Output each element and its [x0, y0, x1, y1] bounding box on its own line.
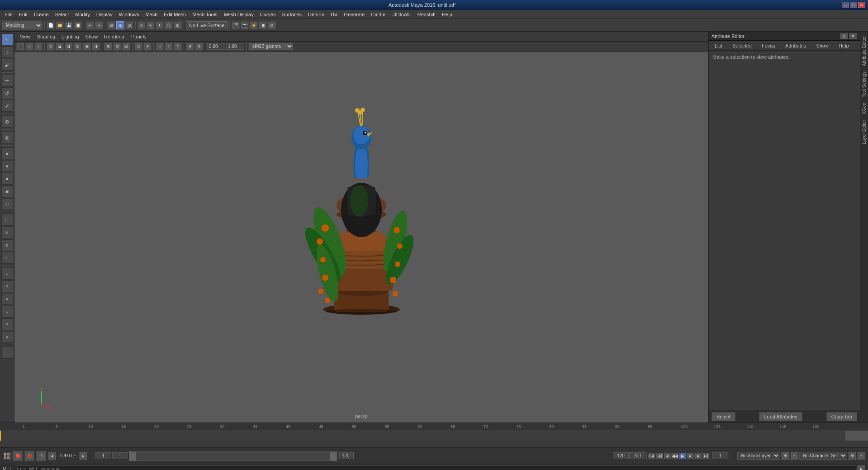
menu-generate[interactable]: Generate: [341, 11, 367, 18]
play-back-button[interactable]: ◀◀: [671, 453, 678, 459]
channel-icon2[interactable]: 🔴: [13, 451, 23, 461]
save-button[interactable]: 💾: [65, 21, 73, 29]
next-key-button[interactable]: |►: [694, 453, 702, 459]
scale-tool[interactable]: ⤢: [1, 100, 13, 112]
menu-modify[interactable]: Modify: [72, 11, 92, 18]
paint-select-tool[interactable]: 🖌: [1, 59, 13, 71]
anim-range-end[interactable]: [629, 452, 645, 459]
menu-file[interactable]: File: [2, 11, 15, 18]
move-tool[interactable]: ✛: [1, 75, 13, 86]
character-set-selector[interactable]: No Character Set: [799, 452, 847, 460]
anim-range-start[interactable]: [613, 452, 629, 459]
save-as-button[interactable]: 📋: [74, 21, 82, 29]
vp-tool-grid[interactable]: #: [25, 43, 33, 51]
vp-tool-exposure3[interactable]: ▤: [122, 43, 130, 51]
render-layer1[interactable]: ≡: [1, 268, 13, 280]
show-manipulator[interactable]: ⊛: [1, 116, 13, 128]
attr-tab-list[interactable]: List: [711, 42, 726, 50]
select-button[interactable]: Select: [711, 412, 735, 421]
tool2[interactable]: ■: [1, 160, 13, 172]
mel-input[interactable]: [15, 465, 856, 470]
menu-edit-mesh[interactable]: Edit Mesh: [161, 11, 189, 18]
menu-curves[interactable]: Curves: [257, 11, 279, 18]
menu-uv[interactable]: UV: [328, 11, 340, 18]
skip-start-button[interactable]: |◄: [648, 453, 655, 459]
render-layer5[interactable]: ≡: [1, 318, 13, 330]
range-current-input[interactable]: [112, 452, 128, 459]
snap-to-grid[interactable]: ⊹: [138, 21, 146, 29]
timeline-slider[interactable]: [0, 431, 868, 441]
vp-move-select[interactable]: ↔: [156, 43, 164, 51]
load-attributes-button[interactable]: Load Attributes: [759, 412, 802, 421]
mel-execute[interactable]: ▶: [857, 465, 865, 470]
rotate-tool[interactable]: ↺: [1, 87, 13, 99]
ipr-render[interactable]: ⚡: [250, 21, 258, 29]
new-scene-button[interactable]: 📄: [47, 21, 55, 29]
attr-editor-close[interactable]: ✕: [849, 33, 857, 39]
menu-3dtoall[interactable]: -3DtoAll-: [389, 11, 414, 18]
tool3[interactable]: ■: [1, 173, 13, 185]
open-button[interactable]: 📂: [56, 21, 64, 29]
attr-tab-focus[interactable]: Focus: [758, 42, 779, 50]
character-set-add[interactable]: +: [857, 452, 865, 460]
snap-to-curve[interactable]: ∿: [147, 21, 155, 29]
current-frame-input[interactable]: [712, 452, 728, 459]
prev-frame-button[interactable]: ◄: [664, 453, 671, 459]
menu-mesh-display[interactable]: Mesh Display: [221, 11, 256, 18]
render-button[interactable]: 🎬: [232, 21, 240, 29]
anim-layer-selector[interactable]: No Anim Layer: [737, 452, 780, 460]
vp-tool-camera[interactable]: 🎥: [16, 43, 24, 51]
menu-help[interactable]: Help: [439, 11, 455, 18]
vp-tool-smooth2[interactable]: ◨: [65, 43, 73, 51]
render-layer3[interactable]: ≡: [1, 293, 13, 305]
render-layer6[interactable]: ≡: [1, 331, 13, 343]
vp-tool-lights[interactable]: ◉: [83, 43, 91, 51]
coord-y-input[interactable]: [226, 43, 244, 50]
vp-rotate-select[interactable]: ↻: [174, 43, 182, 51]
play-forward-button[interactable]: ▶: [679, 453, 686, 459]
snap-to-point[interactable]: ✦: [156, 21, 164, 29]
vp-scale-select[interactable]: ⤢: [165, 43, 173, 51]
select-by-component[interactable]: ⊡: [125, 21, 133, 29]
tool1[interactable]: ■: [1, 147, 13, 159]
character-set-settings[interactable]: ⚙: [848, 452, 856, 460]
range-timeline[interactable]: [129, 451, 337, 461]
multi-display3[interactable]: ⊠: [1, 239, 13, 251]
vp-isolate[interactable]: ◎: [134, 43, 142, 51]
attr-tab-selected[interactable]: Selected: [728, 42, 756, 50]
channel-next[interactable]: ►: [79, 452, 87, 460]
multi-display4[interactable]: ⊡: [1, 252, 13, 264]
undo-button[interactable]: ↩: [86, 21, 94, 29]
menu-select[interactable]: Select: [52, 11, 72, 18]
side-strip-xgen[interactable]: XGen: [861, 100, 868, 117]
range-end-input[interactable]: [338, 452, 354, 459]
range-start-handle[interactable]: [129, 452, 136, 461]
vp-tool-hud[interactable]: i: [34, 43, 43, 51]
render-layer2[interactable]: ≡: [1, 280, 13, 292]
channel-icon1[interactable]: [3, 452, 11, 460]
stop-render[interactable]: ⏹: [259, 21, 267, 29]
vp-tool-exposure2[interactable]: ⊡: [113, 43, 121, 51]
attr-tab-show[interactable]: Show: [812, 42, 833, 50]
skip-end-button[interactable]: ►|: [702, 453, 709, 459]
vp-menu-renderer[interactable]: Renderer: [101, 33, 128, 40]
channel-icon3[interactable]: ⭕: [24, 451, 34, 461]
menu-redshift[interactable]: Redshift: [415, 11, 438, 18]
vp-universal[interactable]: ⊕: [186, 43, 194, 51]
multi-display2[interactable]: ⊟: [1, 227, 13, 238]
side-strip-tool-settings[interactable]: Tool Settings: [861, 69, 868, 100]
maximize-button[interactable]: □: [850, 2, 857, 8]
multi-display1[interactable]: ⊞: [1, 214, 13, 226]
menu-display[interactable]: Display: [94, 11, 115, 18]
vp-tool-wireframe[interactable]: ⊡: [47, 43, 55, 51]
close-button[interactable]: ✕: [858, 2, 865, 8]
attr-tab-help[interactable]: Help: [835, 42, 853, 50]
render-settings[interactable]: ⚙: [268, 21, 276, 29]
tool5[interactable]: ⬡: [1, 198, 13, 210]
minimize-button[interactable]: ─: [842, 2, 849, 8]
vp-menu-lighting[interactable]: Lighting: [59, 33, 82, 40]
mode-selector[interactable]: Modeling: [2, 21, 43, 30]
redo-button[interactable]: ↪: [95, 21, 103, 29]
channel-icon4[interactable]: ☉: [36, 451, 46, 461]
copy-tab-button[interactable]: Copy Tab: [826, 412, 857, 421]
